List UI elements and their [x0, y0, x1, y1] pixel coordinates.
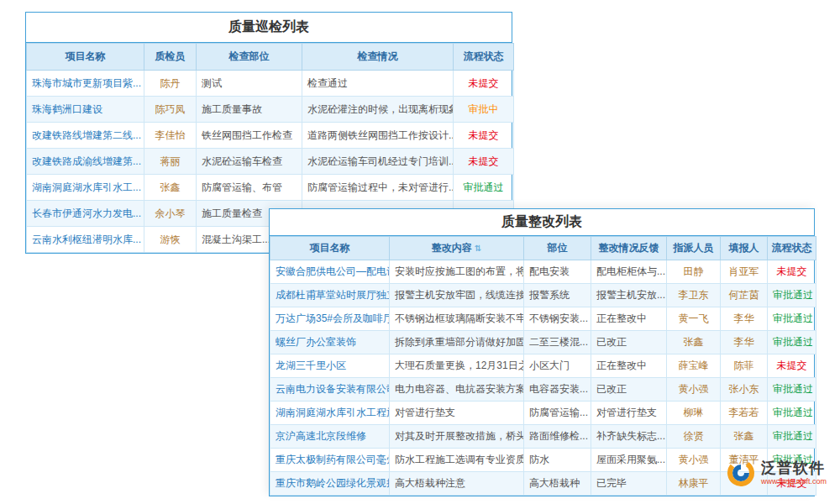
column-header-feedback[interactable]: 整改情况反馈: [591, 237, 667, 260]
project-name-cell[interactable]: 湖南洞庭湖水库引水工程施工...: [270, 402, 390, 425]
column-header-content[interactable]: 整改内容⇅: [390, 237, 524, 260]
column-header-part[interactable]: 部位: [524, 237, 591, 260]
status-cell: 审批通过: [768, 307, 816, 331]
table-row[interactable]: 湖南洞庭湖水库引水工程施工...对管进行垫支防腐管运输...对管进行垫支柳琳李若…: [270, 402, 816, 425]
rectify-content-cell: 防水工程施工选调有专业资质...: [390, 449, 524, 472]
status-cell: 审批通过: [768, 284, 816, 307]
assignee-cell: 黄小强: [667, 378, 721, 402]
inspection-panel-title: 质量巡检列表: [26, 13, 512, 43]
header-row: 项目名称整改内容⇅部位整改情况反馈指派人员填报人流程状态: [270, 237, 816, 260]
part-cell: 电容器安装...: [524, 378, 591, 402]
status-cell: 审批中: [454, 97, 514, 123]
rectify-content-cell: 对其及时开展整改措施，桥头...: [390, 425, 524, 449]
project-name-cell[interactable]: 成都杜甫草堂站时展厅独立展...: [270, 284, 390, 307]
project-name-cell[interactable]: 螺丝厂办公室装饰: [270, 331, 390, 354]
feedback-cell: 正在整改中: [591, 354, 667, 378]
column-header-status[interactable]: 流程状态: [454, 44, 514, 71]
table-row[interactable]: 螺丝厂办公室装饰拆除到承重墙部分请做好加固...二至三楼混...已改正张鑫李华审…: [270, 331, 816, 354]
table-row[interactable]: 安徽合肥供电公司—配电设备...安装时应按施工图的布置，将...配电安装配电柜柜…: [270, 260, 816, 284]
reporter-cell: 李若若: [721, 402, 768, 425]
inspector-cell: 蒋丽: [144, 149, 197, 175]
status-cell: 审批通过: [768, 378, 816, 402]
column-header-assignee[interactable]: 指派人员: [667, 237, 721, 260]
inspector-cell: 陈丹: [144, 71, 197, 97]
reporter-cell: 何芷茵: [721, 284, 768, 307]
feedback-cell: 配电柜柜体与...: [591, 260, 667, 284]
table-row[interactable]: 云南电力设备安装有限公司20...电力电容器、电抗器安装方案...电容器安装..…: [270, 378, 816, 402]
column-header-status[interactable]: 流程状态: [768, 237, 816, 260]
project-name-cell[interactable]: 重庆市鹅岭公园绿化景观提升...: [270, 472, 390, 496]
table-row[interactable]: 万达广场35#会所及咖啡厅空...不锈钢边框玻璃隔断安装不牢...不锈钢安装..…: [270, 307, 816, 331]
status-cell: 审批通过: [768, 331, 816, 354]
column-header-label: 检查情况: [358, 50, 398, 62]
column-header-reporter[interactable]: 填报人: [721, 237, 768, 260]
project-name-cell[interactable]: 龙湖三千里小区: [270, 354, 390, 378]
table-row[interactable]: 珠海市城市更新项目紫...陈丹测试检查通过未提交: [27, 71, 514, 97]
project-name-cell[interactable]: 安徽合肥供电公司—配电设备...: [270, 260, 390, 284]
table-row[interactable]: 改建铁路成渝线增建第...蒋丽水泥砼运输车检查水泥砼运输车司机经过专门培训...…: [27, 149, 514, 175]
table-row[interactable]: 珠海鹤洲口建设陈巧凤施工质量事故水泥砼灌注的时候，出现离析现象审批中: [27, 97, 514, 123]
feedback-cell: 屋面采用聚氨...: [591, 449, 667, 472]
sort-icon[interactable]: ⇅: [475, 244, 481, 253]
table-row[interactable]: 成都杜甫草堂站时展厅独立展...报警主机安放牢固，线缆连接...报警系统报警主机…: [270, 284, 816, 307]
project-name-cell[interactable]: 改建铁路成渝线增建第...: [27, 149, 144, 175]
assignee-cell: 黄小强: [667, 449, 721, 472]
table-row[interactable]: 改建铁路线增建第二线...李佳怡铁丝网围挡工作检查道路两侧铁丝网围挡工作按设计.…: [27, 123, 514, 149]
project-name-cell[interactable]: 珠海市城市更新项目紫...: [27, 71, 144, 97]
rectify-content-cell: 对管进行垫支: [390, 402, 524, 425]
project-name-cell[interactable]: 重庆太极制药有限公司毫州中...: [270, 449, 390, 472]
column-header-label: 流程状态: [772, 242, 812, 254]
table-row[interactable]: 龙湖三千里小区大理石质量更换，12月31日之...小区大门正在整改中薛宝峰陈菲未…: [270, 354, 816, 378]
rectification-grid: 项目名称整改内容⇅部位整改情况反馈指派人员填报人流程状态 安徽合肥供电公司—配电…: [270, 236, 816, 496]
reporter-cell: 肖亚军: [721, 260, 768, 284]
part-cell: 防水: [524, 449, 591, 472]
check-result-cell: 水泥砼灌注的时候，出现离析现象: [302, 97, 454, 123]
check-result-cell: 道路两侧铁丝网围挡工作按设计...: [302, 123, 454, 149]
assignee-cell: 林康平: [667, 472, 721, 496]
project-name-cell[interactable]: 改建铁路线增建第二线...: [27, 123, 144, 149]
quality-rectification-panel: 质量整改列表 项目名称整改内容⇅部位整改情况反馈指派人员填报人流程状态 安徽合肥…: [269, 208, 815, 496]
project-name-cell[interactable]: 珠海鹤洲口建设: [27, 97, 144, 123]
feedback-cell: 对管进行垫支: [591, 402, 667, 425]
assignee-cell: 黄一飞: [667, 307, 721, 331]
check-part-cell: 防腐管运输、布管: [197, 175, 302, 201]
part-cell: 二至三楼混...: [524, 331, 591, 354]
part-cell: 不锈钢安装...: [524, 307, 591, 331]
status-cell: 未提交: [768, 354, 816, 378]
check-part-cell: 施工质量事故: [197, 97, 302, 123]
inspector-cell: 陈巧凤: [144, 97, 197, 123]
status-cell: 审批通过: [768, 425, 816, 449]
project-name-cell[interactable]: 京沪高速北京段维修: [270, 425, 390, 449]
status-cell: 审批通过: [768, 402, 816, 425]
column-header-part[interactable]: 检查部位: [197, 44, 302, 71]
project-name-cell[interactable]: 长春市伊通河水力发电...: [27, 201, 144, 227]
feedback-cell: 正在整改中: [591, 307, 667, 331]
feedback-cell: 已改正: [591, 331, 667, 354]
rectify-content-cell: 不锈钢边框玻璃隔断安装不牢...: [390, 307, 524, 331]
assignee-cell: 薛宝峰: [667, 354, 721, 378]
table-row[interactable]: 湖南洞庭湖水库引水工...张鑫防腐管运输、布管防腐管运输过程中，未对管进行...…: [27, 175, 514, 201]
rectify-content-cell: 高大梧栽种注意: [390, 472, 524, 496]
part-cell: 防腐管运输...: [524, 402, 591, 425]
check-result-cell: 水泥砼运输车司机经过专门培训...: [302, 149, 454, 175]
project-name-cell[interactable]: 云南电力设备安装有限公司20...: [270, 378, 390, 402]
fanpu-logo-icon: [726, 458, 756, 488]
part-cell: 报警系统: [524, 284, 591, 307]
reporter-cell: 李华: [721, 331, 768, 354]
column-header-label: 检查部位: [229, 50, 270, 62]
inspector-cell: 李佳怡: [144, 123, 197, 149]
assignee-cell: 李卫东: [667, 284, 721, 307]
column-header-label: 项目名称: [310, 242, 350, 254]
column-header-inspector[interactable]: 质检员: [144, 44, 197, 71]
column-header-label: 流程状态: [464, 50, 504, 62]
check-part-cell: 测试: [197, 71, 302, 97]
column-header-name[interactable]: 项目名称: [27, 44, 144, 71]
project-name-cell[interactable]: 万达广场35#会所及咖啡厅空...: [270, 307, 390, 331]
project-name-cell[interactable]: 湖南洞庭湖水库引水工...: [27, 175, 144, 201]
check-result-cell: 防腐管运输过程中，未对管进行...: [302, 175, 454, 201]
project-name-cell[interactable]: 云南水利枢纽潜明水库...: [27, 227, 144, 253]
table-row[interactable]: 京沪高速北京段维修对其及时开展整改措施，桥头...路面维修检...补齐缺失标志.…: [270, 425, 816, 449]
column-header-situation[interactable]: 检查情况: [302, 44, 454, 71]
column-header-name[interactable]: 项目名称: [270, 237, 390, 260]
column-header-label: 整改内容: [432, 242, 472, 254]
